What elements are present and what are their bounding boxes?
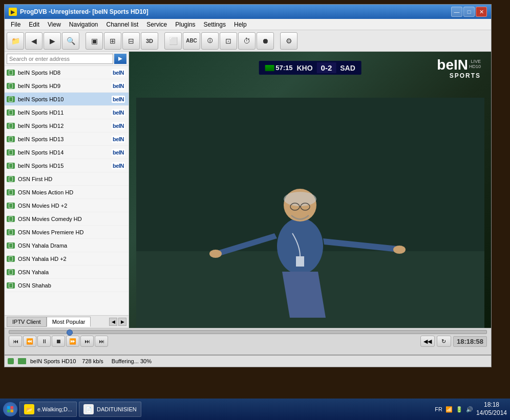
controls-buttons: ⏮ ⏪ ⏸ ⏹ ⏩ ⏭ ⏭ ◀◀ ↻ 18:18:58 (7, 336, 489, 347)
refresh-button[interactable]: ↻ (437, 336, 451, 347)
channel-item[interactable]: OSN Movies Comedy HD (5, 212, 129, 226)
channel-logo (110, 281, 126, 290)
channel-logo: beIN (110, 161, 126, 170)
tab-iptv-client[interactable]: IPTV Client (7, 317, 47, 327)
channel-name: beIN Sports HD12 (18, 123, 110, 129)
tab-scroll-right-btn[interactable]: ▶ (118, 318, 126, 326)
minimize-button[interactable]: — (451, 7, 462, 17)
channel-item[interactable]: OSN Movies HD +2 (5, 199, 129, 212)
skip-forward-button[interactable]: ⏭ (95, 336, 108, 347)
tray-battery-icon: 🔋 (456, 406, 463, 413)
toolbar-aspect-btn[interactable]: ⬜ (164, 32, 182, 50)
seek-thumb[interactable] (67, 329, 73, 336)
main-content: beIN Sports HD8 beIN beIN Sports HD9 beI… (5, 52, 491, 328)
taskbar-app2[interactable]: 📄 DADITUNISIEN (79, 402, 141, 417)
status-buffering: Buffering... 30% (112, 358, 152, 364)
channel-icon (7, 229, 15, 235)
menu-navigation[interactable]: Navigation (65, 19, 102, 30)
title-bar: ▶ ProgDVB -Unregistered- [beIN Sports HD… (5, 5, 491, 19)
menu-view[interactable]: View (44, 19, 65, 30)
channel-item[interactable]: beIN Sports HD12 beIN (5, 119, 129, 132)
seek-bar (7, 330, 489, 334)
stop-button[interactable]: ⏹ (52, 336, 65, 347)
status-channel-name: beIN Sports HD10 (30, 358, 76, 364)
taskbar-app1-icon: 📂 (24, 404, 34, 414)
status-bar: beIN Sports HD10 728 kb/s Buffering... 3… (5, 355, 491, 367)
channel-item[interactable]: beIN Sports HD13 beIN (5, 132, 129, 146)
menu-edit[interactable]: Edit (25, 19, 44, 30)
toolbar-back-btn[interactable]: ◀ (25, 32, 42, 50)
search-input[interactable] (7, 54, 113, 64)
channel-name: OSN First HD (18, 176, 110, 182)
channel-icon (7, 96, 15, 102)
channel-icon (7, 282, 15, 289)
toolbar-info-btn[interactable]: ⓘ (201, 32, 219, 50)
forward-button[interactable]: ⏩ (66, 336, 79, 347)
svg-rect-8 (296, 256, 304, 267)
menu-settings[interactable]: Settings (200, 19, 230, 30)
close-button[interactable]: ✕ (476, 7, 487, 17)
channel-item[interactable]: beIN Sports HD8 beIN (5, 66, 129, 79)
channel-name: OSN Movies HD +2 (18, 203, 110, 209)
menu-help[interactable]: Help (230, 19, 251, 30)
channel-item[interactable]: OSN Movies Premiere HD (5, 226, 129, 239)
svg-point-6 (209, 250, 222, 258)
channel-icon (7, 269, 15, 275)
toolbar-view3-btn[interactable]: ⊟ (122, 32, 140, 50)
channel-icon (7, 136, 15, 142)
channel-item[interactable]: OSN Yahala Drama (5, 239, 129, 252)
channel-item[interactable]: beIN Sports HD9 beIN (5, 79, 129, 93)
search-button[interactable] (114, 54, 126, 64)
toolbar-settings-btn[interactable]: ⚙ (280, 32, 298, 50)
toolbar-open-btn[interactable]: 📁 (7, 32, 24, 50)
toolbar-refresh-btn[interactable]: 🔍 (62, 32, 79, 50)
channel-logo: beIN (110, 108, 126, 117)
toolbar: 📁 ◀ ▶ 🔍 ▣ ⊞ ⊟ 3D ⬜ ABC ⓘ ⊡ ⏱ ⏺ ⚙ (5, 30, 491, 52)
tab-most-popular[interactable]: Most Popular (47, 317, 91, 327)
taskbar-app1[interactable]: 📂 e.Walking;D... (19, 402, 77, 417)
menu-channel-list[interactable]: Channel list (102, 19, 143, 30)
svg-point-7 (393, 246, 406, 254)
app-icon: ▶ (9, 8, 17, 16)
toolbar-record-btn[interactable]: ⏺ (257, 32, 274, 50)
channel-name: OSN Yahala HD +2 (18, 256, 110, 262)
channel-logo (110, 214, 126, 224)
toolbar-timer-btn[interactable]: ⏱ (238, 32, 256, 50)
channel-item[interactable]: beIN Sports HD14 beIN (5, 146, 129, 159)
toolbar-3d-btn[interactable]: 3D (141, 32, 158, 50)
status-channel-icon (18, 358, 26, 364)
channel-logo (110, 228, 126, 237)
rewind-button[interactable]: ⏪ (23, 336, 36, 347)
channel-item[interactable]: OSN Moies Action HD (5, 186, 129, 199)
pause-button[interactable]: ⏸ (37, 336, 51, 347)
channel-icon (7, 242, 15, 249)
maximize-button[interactable]: □ (463, 7, 475, 17)
channel-name: OSN Movies Premiere HD (18, 229, 110, 235)
channel-item-active[interactable]: beIN Sports HD10 beIN (5, 93, 129, 106)
menu-bar: File Edit View Navigation Channel list S… (5, 19, 491, 30)
menu-file[interactable]: File (7, 19, 25, 30)
channel-item[interactable]: OSN Shahab (5, 279, 129, 292)
slow-back-button[interactable]: ◀◀ (420, 336, 435, 347)
seek-track[interactable] (9, 330, 487, 334)
toolbar-zoom-btn[interactable]: ⊡ (220, 32, 237, 50)
toolbar-view1-btn[interactable]: ▣ (86, 32, 103, 50)
tab-scroll-left-btn[interactable]: ◀ (109, 318, 117, 326)
channel-name: OSN Shahab (18, 282, 110, 289)
next-button[interactable]: ⏭ (80, 336, 94, 347)
taskbar-tray: FR 📶 🔋 🔊 18:18 14/05/2014 (435, 401, 507, 417)
toolbar-forward-btn[interactable]: ▶ (44, 32, 61, 50)
channel-logo: beIN (110, 121, 126, 130)
channel-item[interactable]: beIN Sports HD15 beIN (5, 159, 129, 172)
prev-button[interactable]: ⏮ (9, 336, 22, 347)
toolbar-abc-btn[interactable]: ABC (183, 32, 200, 50)
svg-rect-15 (11, 410, 14, 413)
menu-service[interactable]: Service (142, 19, 171, 30)
channel-item[interactable]: OSN Yahala HD +2 (5, 252, 129, 266)
menu-plugins[interactable]: Plugins (171, 19, 199, 30)
channel-item[interactable]: OSN First HD (5, 172, 129, 186)
toolbar-view2-btn[interactable]: ⊞ (104, 32, 121, 50)
channel-item[interactable]: OSN Yahala (5, 266, 129, 279)
channel-item[interactable]: beIN Sports HD11 beIN (5, 106, 129, 119)
start-button[interactable] (3, 402, 17, 416)
